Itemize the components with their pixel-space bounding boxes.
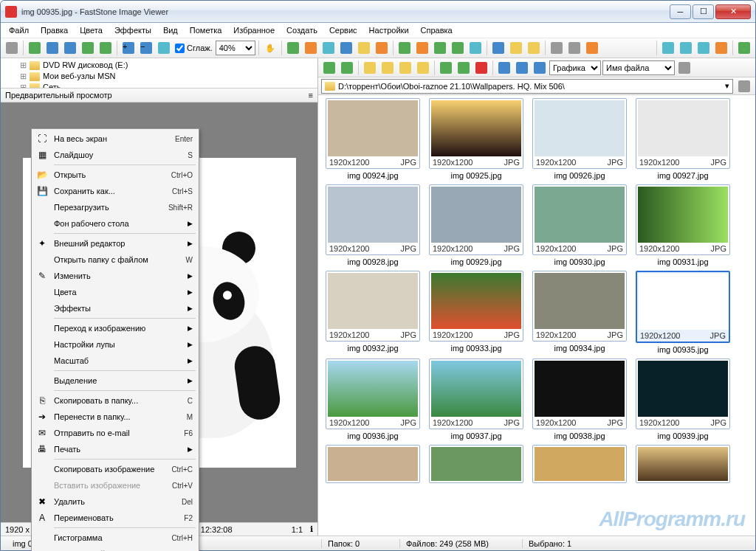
ctx--[interactable]: ▦СлайдшоуS	[33, 147, 197, 163]
brightness-icon[interactable]	[374, 40, 390, 56]
viewmode1-icon[interactable]	[496, 60, 512, 76]
email-icon[interactable]	[526, 40, 542, 56]
thumbnail-cell[interactable]: 1920x1200JPGimg 00925.jpg	[429, 98, 523, 181]
thumbnail-cell[interactable]: 1920x1200JPGimg 00936.jpg	[326, 358, 420, 442]
fullscreen-icon[interactable]	[736, 40, 752, 56]
thumbnail-cell[interactable]: 1920x1200JPGimg 00935.jpg	[636, 271, 730, 356]
ctx--e-mail[interactable]: ✉Отправить по e-mailF6	[33, 425, 197, 441]
thumbnail-cell[interactable]: 1920x1200JPGimg 00939.jpg	[636, 358, 730, 442]
ctx--[interactable]: Настройки лупы▶	[33, 336, 197, 353]
folder-tree[interactable]: ⊞DVD RW дисковод (E:)⊞Мои веб-узлы MSN⊞С…	[1, 58, 317, 88]
thumbnail-cell[interactable]: 1920x1200JPGimg 00926.jpg	[532, 98, 627, 181]
thumbnail-cell[interactable]: 1920x1200JPGimg 00933.jpg	[429, 271, 523, 356]
menu-сервис[interactable]: Сервис	[324, 24, 362, 36]
tree-item[interactable]: ⊞Мои веб-узлы MSN	[4, 71, 315, 82]
zoomin-icon[interactable]: +	[120, 40, 137, 56]
ctx--[interactable]: ➔Перенести в папку...M	[33, 409, 197, 425]
ctx--[interactable]: Переход к изображению▶	[33, 320, 197, 336]
ctx--[interactable]: ГистограммаCtrl+H	[33, 530, 197, 546]
thumbnail-cell[interactable]: 1920x1200JPGimg 00929.jpg	[429, 184, 523, 268]
redo-icon[interactable]	[97, 40, 114, 56]
save-icon[interactable]	[44, 40, 61, 56]
menu-правка[interactable]: Правка	[35, 24, 73, 36]
hand-icon[interactable]: ✋	[262, 40, 278, 56]
up-icon[interactable]	[362, 60, 378, 76]
effects-icon[interactable]	[396, 40, 413, 56]
thumbnail-cell[interactable]: 1920x1200JPGimg 00928.jpg	[326, 184, 420, 268]
settings-icon[interactable]	[584, 40, 600, 56]
thumbnail-cell[interactable]	[532, 445, 627, 483]
ctx--[interactable]: Эффекты▶	[33, 300, 197, 316]
close-button[interactable]: ✕	[715, 4, 751, 19]
capture-icon[interactable]	[4, 40, 20, 56]
thumbnail-cell[interactable]: 1920x1200JPGimg 00931.jpg	[636, 184, 730, 268]
titlebar[interactable]: img 00935.jpg - FastStone Image Viewer ─…	[1, 1, 755, 23]
sortdir-icon[interactable]	[676, 60, 693, 76]
color-icon[interactable]	[356, 40, 372, 56]
ctx--[interactable]: Выделение▶	[33, 372, 197, 389]
thumbnail-cell[interactable]	[429, 445, 523, 483]
dropdown-icon[interactable]: ▾	[725, 81, 729, 91]
crop-icon[interactable]	[303, 40, 319, 56]
delete-icon[interactable]	[473, 60, 489, 76]
menu-избранное[interactable]: Избранное	[228, 24, 280, 36]
info-icon[interactable]: ℹ	[310, 524, 313, 534]
thumbnail-cell[interactable]: 1920x1200JPGimg 00937.jpg	[429, 358, 523, 442]
maximize-button[interactable]: ☐	[693, 4, 714, 19]
viewmode2-icon[interactable]	[514, 60, 530, 76]
preview-header[interactable]: Предварительный просмотр ≡	[1, 88, 317, 103]
ctx--[interactable]: ✖УдалитьDel	[33, 493, 197, 510]
trash-icon[interactable]	[736, 78, 752, 94]
tree-item[interactable]: ⊞DVD RW дисковод (E:)	[4, 60, 315, 71]
view1-icon[interactable]	[660, 40, 676, 56]
thumbnail-cell[interactable]	[636, 445, 730, 483]
ctx--[interactable]: Скопировать изображениеCtrl+C	[33, 461, 197, 477]
ctx--[interactable]: Открыть папку с файломW	[33, 252, 197, 268]
thumbnail-cell[interactable]: 1920x1200JPGimg 00934.jpg	[532, 271, 627, 356]
thumbnail-cell[interactable]: 1920x1200JPGimg 00938.jpg	[532, 358, 627, 442]
sharpen-icon[interactable]	[414, 40, 430, 56]
filter-select[interactable]: Графика	[549, 60, 601, 75]
folder-icon[interactable]	[508, 40, 524, 56]
stop-icon[interactable]	[456, 60, 472, 76]
scanner-icon[interactable]	[566, 40, 583, 56]
collapse-icon[interactable]: ≡	[309, 91, 313, 100]
open-icon[interactable]	[27, 40, 43, 56]
menu-цвета[interactable]: Цвета	[75, 24, 108, 36]
resize-icon[interactable]	[320, 40, 337, 56]
rotright-icon[interactable]	[450, 40, 466, 56]
sort-select[interactable]: Имя файла	[602, 60, 675, 75]
thumbnail-cell[interactable]	[326, 445, 420, 483]
rotleft-icon[interactable]	[432, 40, 448, 56]
minimize-button[interactable]: ─	[670, 4, 691, 19]
menu-эффекты[interactable]: Эффекты	[109, 24, 157, 36]
thumbnail-cell[interactable]: 1920x1200JPGimg 00924.jpg	[326, 98, 420, 181]
thumbnail-cell[interactable]: 1920x1200JPGimg 00930.jpg	[532, 184, 627, 268]
ctx--[interactable]: Масштаб▶	[33, 353, 197, 369]
menu-файл[interactable]: Файл	[4, 24, 34, 36]
newfolder-icon[interactable]	[397, 60, 413, 76]
fliph-icon[interactable]	[467, 40, 484, 56]
undo-icon[interactable]	[80, 40, 96, 56]
smoothing-input[interactable]	[175, 44, 185, 53]
fwd-icon[interactable]	[339, 60, 355, 76]
ctx--[interactable]: ⎘Скопировать в папку...C	[33, 392, 197, 409]
thumbnail-cell[interactable]: 1920x1200JPGimg 00927.jpg	[636, 98, 730, 181]
menu-справка[interactable]: Справка	[416, 24, 458, 36]
ctx--[interactable]: 🖶Печать▶	[33, 441, 197, 457]
zoomfit-icon[interactable]	[156, 40, 172, 56]
tool-icon[interactable]	[285, 40, 301, 56]
view4-icon[interactable]	[713, 40, 729, 56]
ctx--[interactable]: ✎Изменить▶	[33, 268, 197, 284]
saveas-icon[interactable]	[62, 40, 78, 56]
refresh-icon[interactable]	[438, 60, 454, 76]
compare-icon[interactable]	[490, 40, 506, 56]
ctx--[interactable]: 📂ОткрытьCtrl+O	[33, 167, 197, 183]
zoom-select[interactable]: 40%	[216, 41, 255, 55]
thumbnail-grid[interactable]: 1920x1200JPGimg 00924.jpg1920x1200JPGimg…	[318, 95, 755, 536]
zoomout-icon[interactable]: −	[138, 40, 154, 56]
thumbnail-cell[interactable]: 1920x1200JPGimg 00932.jpg	[326, 271, 420, 356]
addressbar[interactable]: D:\торрент\Обои\Oboi-raznoe 21.10\Wallpa…	[321, 79, 733, 94]
menu-настройки[interactable]: Настройки	[364, 24, 414, 36]
tree-item[interactable]: ⊞Сеть	[4, 82, 315, 88]
